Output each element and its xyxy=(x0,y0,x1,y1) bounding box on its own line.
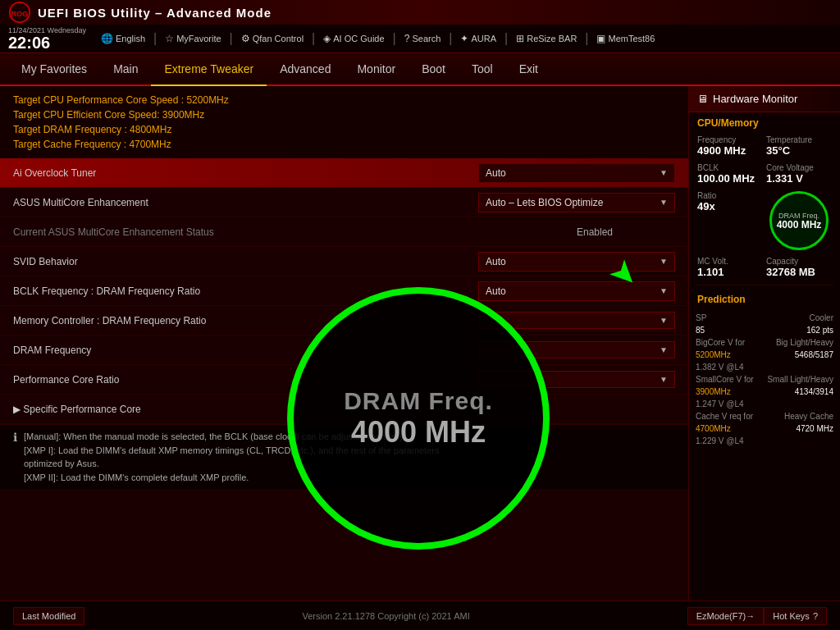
pred-label-cache-v: 1.229 V @L4 xyxy=(696,436,744,445)
app-title: UEFI BIOS Utility – Advanced Mode xyxy=(38,6,272,20)
toolbar-resizebar[interactable]: ⊞ ReSize BAR xyxy=(511,31,582,46)
datetime-block: 11/24/2021 Wednesday 22:06 xyxy=(8,26,86,51)
pred-row-cache-v: 1.229 V @L4 xyxy=(696,435,833,447)
pred-label-cooler: Cooler xyxy=(810,313,833,322)
pred-row-bigcore-v: 1.382 V @L4 xyxy=(696,361,833,373)
hot-keys-button[interactable]: Hot Keys ? xyxy=(764,607,827,625)
pred-label-smallcore-v: 1.247 V @L4 xyxy=(696,399,744,409)
info-item-1: Target CPU Efficient Core Speed: 3900MHz xyxy=(13,107,675,122)
toolbar-myfavorite[interactable]: ☆ MyFavorite xyxy=(160,31,226,46)
title-row: ROG UEFI BIOS Utility – Advanced Mode xyxy=(0,0,840,25)
svg-text:ROG: ROG xyxy=(11,10,28,18)
pred-row-sp: SP Cooler xyxy=(696,312,833,324)
fan-icon: ⚙ xyxy=(241,33,250,44)
dropdown-arrow-icon-2: ▼ xyxy=(660,198,668,207)
dram-overlay-value: 4000 MHz xyxy=(351,415,486,450)
globe-icon: 🌐 xyxy=(101,33,113,44)
cpu-memory-grid: Frequency 4900 MHz Temperature 35°C BCLK… xyxy=(689,132,840,281)
mem-icon: ▣ xyxy=(596,33,605,44)
toolbar-search[interactable]: ? Search xyxy=(399,31,446,46)
aura-icon: ✦ xyxy=(460,33,468,44)
dropdown-arrow-icon-6: ▼ xyxy=(660,345,668,354)
pred-label-sp: SP xyxy=(696,313,706,322)
setting-label-svid: SVID Behavior xyxy=(13,256,478,267)
time-display: 22:06 xyxy=(8,34,86,51)
pred-label-cache: Cache V req for xyxy=(696,412,753,421)
hw-cell-mc-volt: MC Volt. 1.101 xyxy=(696,253,765,281)
hw-label-mc-volt: MC Volt. xyxy=(697,257,763,266)
last-modified-button[interactable]: Last Modified xyxy=(13,607,84,625)
setting-multicore: ASUS MultiCore Enhancement Auto – Lets B… xyxy=(0,188,688,217)
toolbar-memtest[interactable]: ▣ MemTest86 xyxy=(591,31,660,46)
hw-cell-temperature: Temperature 35°C xyxy=(765,132,833,160)
version-text: Version 2.21.1278 Copyright (c) 2021 AMI xyxy=(84,611,687,621)
setting-value-status: Enabled xyxy=(577,226,675,238)
toolbar-ai-oc[interactable]: ◈ AI OC Guide xyxy=(318,31,389,46)
rog-logo-icon: ROG xyxy=(8,1,31,24)
info-circle-icon: ℹ xyxy=(13,431,17,444)
hw-monitor-panel: 🖥 Hardware Monitor CPU/Memory Frequency … xyxy=(688,86,840,601)
toolbar-english[interactable]: 🌐 English xyxy=(96,31,150,46)
pred-row-cache: Cache V req for Heavy Cache xyxy=(696,410,833,422)
setting-label-status: Current ASUS MultiCore Enhancement Statu… xyxy=(13,226,577,238)
dropdown-ai-overclock[interactable]: Auto ▼ xyxy=(478,163,675,183)
nav-extreme-tweaker[interactable]: Extreme Tweaker xyxy=(151,53,267,86)
pred-row-smallcore-v: 1.247 V @L4 xyxy=(696,398,833,410)
nav-exit[interactable]: Exit xyxy=(506,52,551,85)
nav-advanced[interactable]: Advanced xyxy=(267,52,344,85)
toolbar-aura[interactable]: ✦ AURA xyxy=(455,31,501,46)
hw-value-temperature: 35°C xyxy=(766,144,832,157)
setting-ai-overclock: Ai Overclock Tuner Auto ▼ xyxy=(0,158,688,188)
pred-val-smallcore-mhz: 3900MHz xyxy=(696,387,731,396)
dram-overlay-label: DRAM Freq. xyxy=(344,387,493,415)
pred-val-smallcore-num: 4134/3914 xyxy=(795,387,833,396)
question-icon: ? xyxy=(813,611,818,621)
pred-label-bigcore-v: 1.382 V @L4 xyxy=(696,363,744,372)
dram-freq-overlay: DRAM Freq. 4000 MHz xyxy=(287,287,550,550)
nav-myfavorites[interactable]: My Favorites xyxy=(8,52,100,85)
hw-cell-dram-freq: DRAM Freq. 4000 MHz xyxy=(765,188,833,253)
dropdown-arrow-icon-5: ▼ xyxy=(660,316,668,325)
ez-mode-button[interactable]: EzMode(F7)→ xyxy=(687,607,765,625)
prediction-section-title: Prediction xyxy=(689,289,840,308)
setting-label-multicore: ASUS MultiCore Enhancement xyxy=(13,197,478,208)
hw-cell-bclk: BCLK 100.00 MHz xyxy=(696,160,765,188)
hw-value-frequency: 4900 MHz xyxy=(697,144,763,157)
monitor-icon: 🖥 xyxy=(697,93,708,105)
pred-label-bigcore: BigCore V for xyxy=(696,338,745,347)
setting-bclk-freq: BCLK Frequency : DRAM Frequency Ratio Au… xyxy=(0,276,688,306)
dropdown-bclk[interactable]: Auto ▼ xyxy=(478,281,675,301)
pred-row-sp-val: 85 162 pts xyxy=(696,324,833,336)
hw-monitor-title: 🖥 Hardware Monitor xyxy=(689,86,840,112)
pred-row-cache-val: 4700MHz 4720 MHz xyxy=(696,422,833,435)
cpu-memory-section-title: CPU/Memory xyxy=(689,112,840,132)
dropdown-arrow-icon-4: ▼ xyxy=(660,286,668,295)
hw-cell-core-voltage: Core Voltage 1.331 V xyxy=(765,160,833,188)
pred-row-smallcore: SmallCore V for Small Light/Heavy xyxy=(696,373,833,386)
dram-circle-value: 4000 MHz xyxy=(777,220,822,230)
pred-label-small-type: Small Light/Heavy xyxy=(767,375,833,384)
nav-main[interactable]: Main xyxy=(100,52,151,85)
hw-value-core-voltage: 1.331 V xyxy=(766,172,832,185)
pred-val-sp: 85 xyxy=(696,326,705,335)
pred-val-cache-mhz: 4700MHz xyxy=(696,424,731,433)
info-item-2: Target DRAM Frequency : 4800MHz xyxy=(13,122,675,137)
pred-row-bigcore: BigCore V for Big Light/Heavy xyxy=(696,336,833,349)
nav-tool[interactable]: Tool xyxy=(459,52,506,85)
info-section: Target CPU Performance Core Speed : 5200… xyxy=(0,86,688,158)
nav-boot[interactable]: Boot xyxy=(409,52,459,85)
hw-label-temperature: Temperature xyxy=(766,135,832,144)
prediction-section: SP Cooler 85 162 pts BigCore V for Big L… xyxy=(689,308,840,450)
pred-label-big-type: Big Light/Heavy xyxy=(776,338,833,347)
dropdown-arrow-icon: ▼ xyxy=(660,168,668,177)
pred-val-cooler: 162 pts xyxy=(806,326,833,335)
hw-label-core-voltage: Core Voltage xyxy=(766,163,832,172)
resize-icon: ⊞ xyxy=(516,33,524,44)
nav-monitor[interactable]: Monitor xyxy=(344,52,409,85)
hw-label-ratio: Ratio xyxy=(697,191,763,200)
dropdown-multicore[interactable]: Auto – Lets BIOS Optimize ▼ xyxy=(478,193,675,212)
toolbar-qfan[interactable]: ⚙ Qfan Control xyxy=(236,31,308,46)
dram-freq-circle: DRAM Freq. 4000 MHz xyxy=(769,191,829,250)
info-item-0: Target CPU Performance Core Speed : 5200… xyxy=(13,93,675,107)
setting-multicore-status: Current ASUS MultiCore Enhancement Statu… xyxy=(0,217,688,247)
